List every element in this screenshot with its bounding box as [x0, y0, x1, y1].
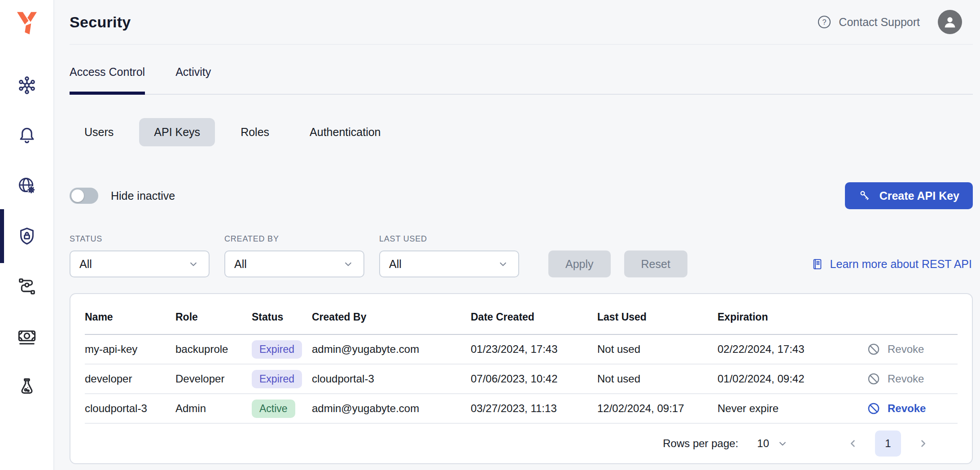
shield-lock-icon — [17, 226, 37, 246]
learn-more-label: Learn more about REST API — [830, 258, 972, 271]
sidebar-nav — [0, 60, 53, 412]
current-page-button[interactable]: 1 — [875, 430, 901, 457]
cell-last-used: Not used — [597, 364, 718, 394]
ban-icon — [866, 372, 881, 386]
chevron-left-icon — [846, 437, 860, 450]
next-page-button[interactable] — [916, 437, 930, 450]
cell-name: cloudportal-3 — [85, 394, 175, 423]
revoke-button[interactable]: Revoke — [853, 401, 926, 416]
cell-created-by: admin@yugabyte.com — [312, 334, 471, 364]
cell-name: my-api-key — [85, 334, 175, 364]
help-circle-icon: ? — [817, 14, 832, 30]
rows-per-page-dropdown[interactable] — [776, 437, 789, 450]
created-by-filter-label: CREATED BY — [224, 234, 364, 244]
column-header-status: Status — [252, 299, 312, 334]
cell-date-created: 07/06/2023, 10:42 — [471, 364, 597, 394]
revoke-button[interactable]: Revoke — [853, 342, 924, 356]
ban-icon — [866, 401, 881, 416]
sidebar-item-integrations[interactable] — [0, 261, 53, 312]
tab-access-control[interactable]: Access Control — [70, 66, 145, 94]
user-avatar[interactable] — [938, 10, 962, 34]
flask-icon — [17, 377, 37, 397]
status-filter: STATUS All — [70, 234, 210, 277]
cell-expiration: 02/22/2024, 17:43 — [718, 334, 853, 364]
created-by-filter-value: All — [234, 258, 247, 271]
sidebar-item-clusters[interactable] — [0, 60, 53, 110]
status-badge: Expired — [252, 340, 302, 359]
book-icon — [811, 258, 824, 271]
subtab-authentication[interactable]: Authentication — [295, 118, 395, 146]
cell-created-by: cloudportal-3 — [312, 364, 471, 394]
cell-last-used: 12/02/2024, 09:17 — [597, 394, 718, 423]
last-used-filter-label: LAST USED — [379, 234, 519, 244]
tab-activity[interactable]: Activity — [175, 66, 211, 94]
cell-role: Developer — [175, 364, 252, 394]
hide-inactive-toggle[interactable] — [70, 188, 98, 204]
status-badge: Expired — [252, 370, 302, 388]
last-used-filter: LAST USED All — [379, 234, 519, 277]
previous-page-button[interactable] — [846, 437, 860, 450]
subtab-roles[interactable]: Roles — [226, 118, 284, 146]
learn-more-link[interactable]: Learn more about REST API — [811, 258, 973, 271]
reset-button[interactable]: Reset — [624, 250, 687, 277]
flow-icon — [17, 276, 37, 297]
chevron-down-icon — [187, 258, 200, 270]
last-used-filter-value: All — [389, 258, 402, 271]
column-header-expiration: Expiration — [718, 299, 853, 334]
status-badge: Active — [252, 400, 295, 418]
create-api-key-button[interactable]: Create API Key — [845, 182, 973, 209]
chevron-right-icon — [916, 437, 930, 450]
header-actions: ? Contact Support — [817, 10, 973, 34]
page-header: Security ? Contact Support — [70, 0, 973, 45]
person-icon — [941, 13, 958, 31]
column-header-name: Name — [85, 299, 175, 334]
bell-icon — [17, 125, 37, 146]
contact-support-button[interactable]: ? Contact Support — [817, 14, 920, 30]
cell-date-created: 03/27/2023, 11:13 — [471, 394, 597, 423]
toggle-knob — [71, 189, 84, 202]
clusters-icon — [17, 75, 37, 96]
revoke-label: Revoke — [888, 343, 924, 356]
table-header-row: Name Role Status Created By Date Created… — [85, 299, 958, 334]
table-row: my-api-key backuprole Expired admin@yuga… — [85, 334, 958, 364]
column-header-role: Role — [175, 299, 252, 334]
cell-date-created: 01/23/2024, 17:43 — [471, 334, 597, 364]
last-used-filter-select[interactable]: All — [379, 250, 519, 277]
cell-created-by: admin@yugabyte.com — [312, 394, 471, 423]
revoke-button[interactable]: Revoke — [853, 372, 924, 386]
main-content: Security ? Contact Support — [55, 0, 980, 470]
subtab-bar: Users API Keys Roles Authentication — [70, 118, 973, 146]
column-header-actions — [853, 299, 958, 334]
api-keys-table-card: Name Role Status Created By Date Created… — [70, 293, 973, 464]
sidebar-item-billing[interactable] — [0, 312, 53, 362]
filters-row: STATUS All CREATED BY All LAST USED All — [70, 234, 973, 277]
revoke-label: Revoke — [888, 402, 926, 415]
sidebar-item-network[interactable] — [0, 161, 53, 211]
cell-last-used: Not used — [597, 334, 718, 364]
created-by-filter: CREATED BY All — [224, 234, 364, 277]
chevron-down-icon — [497, 258, 509, 270]
create-api-key-label: Create API Key — [879, 189, 959, 202]
yugabyte-logo-icon[interactable] — [14, 10, 40, 36]
ban-icon — [866, 342, 881, 356]
table-row: developer Developer Expired cloudportal-… — [85, 364, 958, 394]
status-filter-select[interactable]: All — [70, 250, 210, 277]
sidebar-item-labs[interactable] — [0, 362, 53, 412]
pagination-bar: Rows per page: 10 1 — [85, 424, 958, 463]
sidebar-item-alerts[interactable] — [0, 110, 53, 161]
subtab-users[interactable]: Users — [70, 118, 128, 146]
table-row: cloudportal-3 Admin Active admin@yugabyt… — [85, 394, 958, 423]
rows-per-page-value: 10 — [757, 437, 769, 450]
sidebar — [0, 0, 54, 470]
cell-expiration: 01/02/2024, 09:42 — [718, 364, 853, 394]
sidebar-item-security[interactable] — [0, 211, 53, 261]
svg-text:?: ? — [822, 18, 827, 26]
created-by-filter-select[interactable]: All — [224, 250, 364, 277]
subtab-api-keys[interactable]: API Keys — [139, 118, 215, 146]
apply-button[interactable]: Apply — [548, 250, 611, 277]
column-header-created-by: Created By — [312, 299, 471, 334]
status-filter-value: All — [79, 258, 92, 271]
column-header-date-created: Date Created — [471, 299, 597, 334]
cell-role: Admin — [175, 394, 252, 423]
cell-expiration: Never expire — [718, 394, 853, 423]
